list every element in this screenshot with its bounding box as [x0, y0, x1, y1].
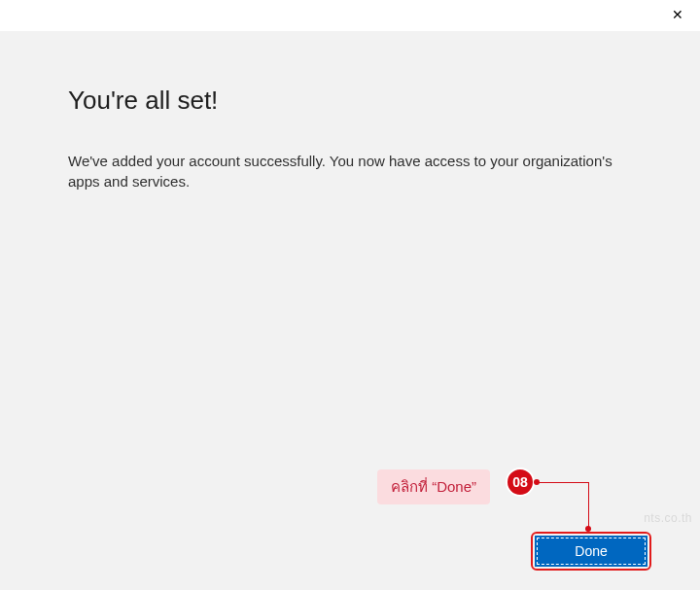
page-description: We've added your account successfully. Y… [68, 151, 612, 191]
dialog-body: You're all set! We've added your account… [0, 31, 700, 590]
annotation-step-badge: 08 [506, 468, 535, 497]
watermark-text: nts.co.th [644, 511, 692, 525]
annotation-callout: คลิกที่ “Done” [377, 469, 490, 504]
annotation-highlight-box: Done [531, 532, 651, 571]
done-button-label: Done [575, 543, 607, 559]
page-title: You're all set! [68, 86, 632, 116]
done-button[interactable]: Done [537, 538, 646, 565]
titlebar: ✕ [0, 0, 700, 31]
annotation-leader-line [588, 482, 589, 528]
annotation-leader-line [537, 482, 589, 483]
close-icon: ✕ [672, 7, 683, 22]
close-button[interactable]: ✕ [655, 0, 700, 29]
